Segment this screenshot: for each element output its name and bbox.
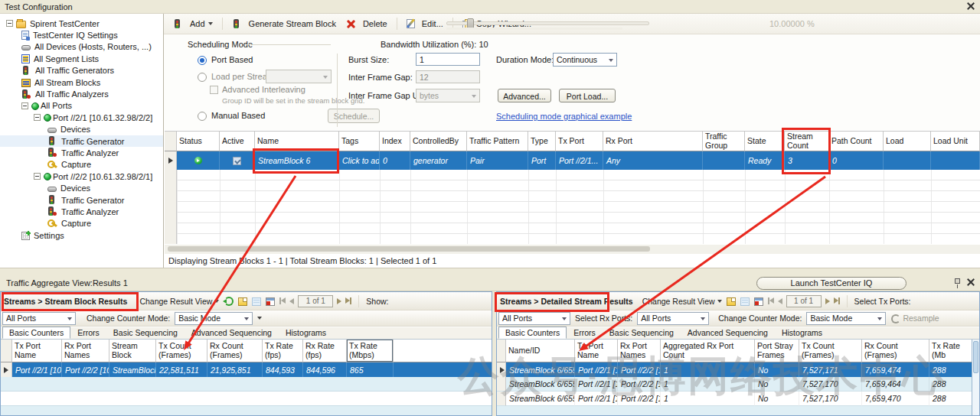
tab-advanced-sequencing[interactable]: Advanced Sequencing xyxy=(185,327,279,339)
counter-mode-dropdown[interactable]: Basic Mode xyxy=(175,312,253,325)
chevron-down-icon[interactable] xyxy=(257,317,262,320)
col-status[interactable]: Status xyxy=(177,131,220,151)
record-grid-icon[interactable] xyxy=(266,297,275,306)
launch-testcenter-iq-button[interactable]: Launch TestCenter IQ xyxy=(756,277,906,290)
collapse-icon[interactable] xyxy=(34,173,41,180)
row-selector[interactable] xyxy=(1,362,12,377)
load-cell[interactable] xyxy=(884,151,931,170)
col-tx-rate-fps[interactable]: Tx Rate (fps) xyxy=(263,340,303,362)
tab-basic-sequencing[interactable]: Basic Sequencing xyxy=(106,327,185,339)
pin-icon[interactable] xyxy=(955,278,960,284)
col-traffic-pattern[interactable]: Traffic Pattern xyxy=(467,131,528,151)
tree-item-all-ports[interactable]: All Ports xyxy=(0,100,163,112)
col-stream-block[interactable]: Stream Block xyxy=(109,340,156,362)
col-traffic-group[interactable]: Traffic Group xyxy=(703,131,745,151)
tree-item-settings[interactable]: Settings xyxy=(0,229,163,241)
generate-stream-block-button[interactable]: Generate Stream Block xyxy=(229,18,339,31)
tab-errors[interactable]: Errors xyxy=(567,327,603,339)
tree-item-traffic-generator[interactable]: Traffic Generator xyxy=(0,194,163,206)
active-cell[interactable] xyxy=(220,151,255,170)
tab-advanced-sequencing[interactable]: Advanced Sequencing xyxy=(681,327,775,339)
export-icon[interactable] xyxy=(727,297,736,306)
traffic-group-cell[interactable] xyxy=(703,151,745,170)
tab-histograms[interactable]: Histograms xyxy=(775,327,829,339)
scrollbar-thumb[interactable] xyxy=(973,341,978,373)
col-tags[interactable]: Tags xyxy=(339,131,380,151)
inter-frame-gap-unit-dropdown[interactable]: bytes xyxy=(416,89,480,102)
tab-basic-counters[interactable]: Basic Counters xyxy=(498,327,567,339)
change-result-view-button[interactable]: Change Result View xyxy=(642,297,722,306)
horizontal-splitter[interactable] xyxy=(0,268,980,275)
tree-item-spirent-testcenter[interactable]: Spirent TestCenter xyxy=(0,18,163,29)
tx-port-cell[interactable]: Port //2/1... xyxy=(556,151,603,170)
col-rx-port-names[interactable]: Rx Port Names xyxy=(618,340,661,362)
col-tx-port-name[interactable]: Tx Port Name xyxy=(575,340,618,362)
table-view-icon[interactable] xyxy=(252,297,261,306)
load-unit-cell[interactable] xyxy=(931,151,980,170)
col-name[interactable]: Name xyxy=(255,131,339,151)
col-controlledby[interactable]: ControlledBy xyxy=(410,131,467,151)
tree-item-all-traffic-generators[interactable]: All Traffic Generators xyxy=(0,65,163,76)
right-table-scrollbar[interactable] xyxy=(972,340,979,415)
rx-port-cell[interactable]: Any xyxy=(603,151,703,170)
collapse-icon[interactable] xyxy=(34,114,41,121)
col-aggregated-rx[interactable]: Aggregated Rx Port Count xyxy=(661,340,755,362)
col-tx-rate-mbps[interactable]: Tx Rate (Mbps) xyxy=(347,340,394,362)
table-row[interactable]: StreamBlock 6/65536 Port //2/1 [10... Po… xyxy=(497,362,973,377)
col-tx-port[interactable]: Tx Port xyxy=(556,131,603,151)
active-checkbox[interactable] xyxy=(233,157,241,165)
vertical-splitter[interactable] xyxy=(492,291,496,416)
ports-filter-dropdown[interactable]: All Ports xyxy=(2,312,76,325)
col-rx-count[interactable]: Rx Count (Frames) xyxy=(207,340,263,362)
name-cell[interactable]: StreamBlock 6 xyxy=(255,151,339,170)
col-type[interactable]: Type xyxy=(528,131,556,151)
col-port-stray[interactable]: Port Stray Frames xyxy=(755,340,799,362)
tab-histograms[interactable]: Histograms xyxy=(279,327,333,339)
port-load-button[interactable]: Port Load... xyxy=(559,89,616,102)
schedule-button[interactable]: Schedule... xyxy=(328,109,380,123)
col-tx-count[interactable]: Tx Count (Frames) xyxy=(156,340,207,362)
tx-ports-dropdown[interactable]: All Ports xyxy=(498,312,570,325)
col-tx-count[interactable]: Tx Count (Frames) xyxy=(799,340,862,362)
row-selector[interactable] xyxy=(497,362,506,377)
prev-page-button[interactable] xyxy=(289,298,294,304)
close-icon[interactable] xyxy=(967,278,975,287)
traffic-pattern-cell[interactable]: Pair xyxy=(467,151,528,170)
controlledby-cell[interactable]: generator xyxy=(410,151,467,170)
tree-item-traffic-analyzer[interactable]: Traffic Analyzer xyxy=(0,206,163,217)
tree-item-all-stream-blocks[interactable]: All Stream Blocks xyxy=(0,76,163,88)
tree-item-capture[interactable]: Capture xyxy=(0,218,163,229)
burst-size-input[interactable]: 1 xyxy=(416,53,480,66)
tree-item-traffic-analyzer[interactable]: Traffic Analyzer xyxy=(0,147,163,158)
refresh-icon[interactable] xyxy=(224,296,234,306)
advanced-interleaving-checkbox[interactable] xyxy=(210,86,218,94)
advanced-button[interactable]: Advanced... xyxy=(498,89,551,102)
rx-ports-dropdown[interactable]: All Ports xyxy=(637,312,709,325)
scheduling-example-link[interactable]: Scheduling mode graphical example xyxy=(496,112,632,121)
resample-button[interactable]: Resample xyxy=(890,314,939,323)
index-cell[interactable]: 0 xyxy=(380,151,410,170)
col-state[interactable]: State xyxy=(745,131,785,151)
status-cell[interactable] xyxy=(177,151,220,170)
prev-page-button[interactable] xyxy=(778,298,782,304)
col-rx-rate-fps[interactable]: Rx Rate (fps) xyxy=(303,340,347,362)
close-icon[interactable] xyxy=(967,2,975,11)
stream-block-row-selected[interactable]: StreamBlock 6 Click to ad... 0 generator… xyxy=(165,151,980,170)
export-icon[interactable] xyxy=(238,297,247,306)
col-rx-port[interactable]: Rx Port xyxy=(603,131,703,151)
col-rx-port-names[interactable]: Rx Port Names xyxy=(62,340,109,362)
delete-button[interactable]: Delete xyxy=(343,18,390,31)
row-selector[interactable] xyxy=(165,151,177,170)
table-row[interactable]: Port //2/1 [10... Port //2/2 [10... Stre… xyxy=(1,362,492,377)
manual-based-radio[interactable] xyxy=(198,112,207,121)
table-view-icon[interactable] xyxy=(740,297,750,306)
path-count-cell[interactable]: 0 xyxy=(829,151,884,170)
table-row[interactable]: StreamBlock 6/65537 Port //2/1 [10... Po… xyxy=(497,377,973,392)
collapse-icon[interactable] xyxy=(21,102,28,109)
tree-item-capture[interactable]: Capture xyxy=(0,159,163,171)
tree-item-traffic-generator[interactable]: Traffic Generator xyxy=(0,135,163,147)
scrollbar-thumb[interactable] xyxy=(168,246,650,252)
col-tx-port-name[interactable]: Tx Port Name xyxy=(12,340,62,362)
tree-item-port-2-2[interactable]: Port //2/2 [10.61.32.98/2/1] xyxy=(0,171,163,182)
port-based-radio[interactable] xyxy=(198,56,207,65)
